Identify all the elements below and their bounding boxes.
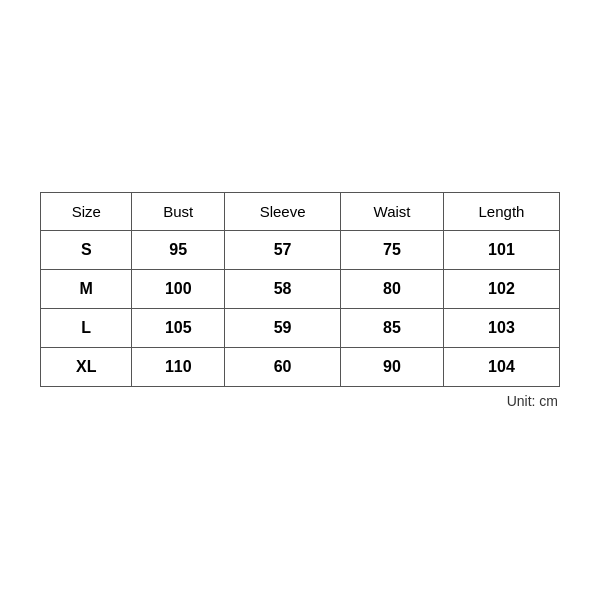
header-sleeve: Sleeve — [225, 192, 341, 230]
cell-size: L — [41, 308, 132, 347]
cell-bust: 105 — [132, 308, 225, 347]
page-container: Size Bust Sleeve Waist Length S955775101… — [0, 0, 600, 600]
table-row: S955775101 — [41, 230, 560, 269]
cell-bust: 95 — [132, 230, 225, 269]
cell-waist: 85 — [341, 308, 444, 347]
cell-size: XL — [41, 347, 132, 386]
cell-size: S — [41, 230, 132, 269]
size-table: Size Bust Sleeve Waist Length S955775101… — [40, 192, 560, 387]
table-header-row: Size Bust Sleeve Waist Length — [41, 192, 560, 230]
cell-length: 101 — [443, 230, 559, 269]
cell-sleeve: 60 — [225, 347, 341, 386]
table-wrapper: Size Bust Sleeve Waist Length S955775101… — [40, 192, 560, 409]
header-length: Length — [443, 192, 559, 230]
header-size: Size — [41, 192, 132, 230]
unit-label: Unit: cm — [507, 393, 560, 409]
cell-waist: 75 — [341, 230, 444, 269]
cell-sleeve: 58 — [225, 269, 341, 308]
cell-length: 102 — [443, 269, 559, 308]
header-waist: Waist — [341, 192, 444, 230]
cell-bust: 100 — [132, 269, 225, 308]
cell-sleeve: 59 — [225, 308, 341, 347]
table-row: L1055985103 — [41, 308, 560, 347]
table-row: XL1106090104 — [41, 347, 560, 386]
cell-length: 103 — [443, 308, 559, 347]
cell-bust: 110 — [132, 347, 225, 386]
table-row: M1005880102 — [41, 269, 560, 308]
cell-waist: 90 — [341, 347, 444, 386]
cell-waist: 80 — [341, 269, 444, 308]
cell-sleeve: 57 — [225, 230, 341, 269]
header-bust: Bust — [132, 192, 225, 230]
cell-size: M — [41, 269, 132, 308]
cell-length: 104 — [443, 347, 559, 386]
